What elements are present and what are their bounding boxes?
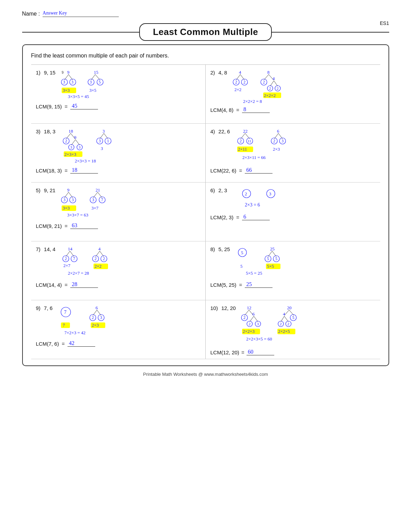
prob9-num: 9) <box>36 305 41 311</box>
problem-8: 8) 5, 25 5 25 5 <box>206 241 380 300</box>
problem-7: 7) 14, 4 14 2 7 4 <box>31 241 206 300</box>
svg-text:3: 3 <box>63 197 65 202</box>
svg-text:6: 6 <box>252 311 255 317</box>
svg-text:2×3×11 = 66: 2×3×11 = 66 <box>242 155 266 160</box>
problem-1: 1) 9, 15 9 9 3 3 <box>31 65 206 124</box>
svg-text:20: 20 <box>287 305 292 310</box>
svg-text:3×7: 3×7 <box>91 205 99 211</box>
prob5-lcm-label: LCM(9, 21) <box>36 223 62 229</box>
prob2-answer: 8 <box>242 106 270 113</box>
svg-text:2: 2 <box>245 191 247 196</box>
svg-text:5: 5 <box>241 250 243 255</box>
svg-text:3: 3 <box>101 146 103 151</box>
svg-text:5×5: 5×5 <box>267 264 274 269</box>
svg-text:21: 21 <box>96 187 100 193</box>
svg-text:3: 3 <box>92 197 94 202</box>
svg-text:3: 3 <box>100 315 102 320</box>
svg-text:8: 8 <box>267 70 270 75</box>
prob10-num: 10) <box>211 305 218 311</box>
svg-text:2×2×2 = 8: 2×2×2 = 8 <box>243 99 262 104</box>
svg-text:2: 2 <box>243 315 245 320</box>
prob9-answer: 42 <box>68 340 95 347</box>
prob5-num: 5) <box>36 187 41 193</box>
es-label: ES1 <box>380 20 389 26</box>
problem-6: 6) 2, 3 2 3 2×3 = 6 <box>206 183 380 241</box>
svg-text:3: 3 <box>90 80 92 85</box>
svg-text:6: 6 <box>277 128 279 134</box>
svg-text:9: 9 <box>62 71 64 74</box>
svg-text:2×7: 2×7 <box>63 263 71 268</box>
svg-text:3: 3 <box>70 145 72 149</box>
page-title: Least Common Multiple <box>139 23 272 41</box>
svg-text:7: 7 <box>101 197 103 202</box>
prob9-lcm-label: LCM(7, 6) <box>36 341 59 347</box>
svg-text:2×3: 2×3 <box>273 147 280 152</box>
svg-text:7: 7 <box>64 310 66 315</box>
svg-text:18: 18 <box>69 128 73 134</box>
prob6-num: 6) <box>211 187 215 193</box>
svg-text:2×3×3: 2×3×3 <box>64 152 76 157</box>
svg-text:11: 11 <box>248 139 251 143</box>
svg-text:15: 15 <box>94 70 98 75</box>
prob3-lcm-label: LCM(18, 3) <box>36 168 62 174</box>
svg-text:9: 9 <box>74 135 77 140</box>
svg-text:2×3×3 = 18: 2×3×3 = 18 <box>75 158 96 163</box>
prob6-answer: 6 <box>242 214 270 220</box>
prob1-answer: 45 <box>70 103 98 109</box>
svg-text:2×2×3×5 = 60: 2×2×3×5 = 60 <box>246 336 272 342</box>
problem-4: 4) 22, 6 22 2 11 6 <box>206 124 380 183</box>
svg-text:3: 3 <box>71 80 73 85</box>
prob3-pair: 18, 3 <box>44 128 55 134</box>
prob4-pair: 22, 6 <box>218 128 230 134</box>
prob7-answer: 28 <box>70 281 98 288</box>
svg-text:3: 3 <box>79 145 81 149</box>
prob3-answer: 18 <box>70 167 98 174</box>
svg-text:3: 3 <box>72 197 74 202</box>
svg-rect-146 <box>61 322 70 328</box>
svg-text:7: 7 <box>63 322 65 328</box>
svg-text:2: 2 <box>263 80 265 85</box>
svg-text:2: 2 <box>235 80 237 85</box>
svg-text:9: 9 <box>67 187 70 193</box>
svg-text:3×3: 3×3 <box>63 88 70 93</box>
svg-text:3: 3 <box>257 322 259 326</box>
svg-text:3: 3 <box>269 191 271 196</box>
svg-text:2×2×5: 2×2×5 <box>278 329 290 334</box>
svg-text:1: 1 <box>107 139 109 143</box>
prob6-pair: 2, 3 <box>218 187 227 193</box>
problem-10: 10) 12, 20 12 2 6 <box>206 300 380 359</box>
svg-text:5×5 = 25: 5×5 = 25 <box>246 271 262 276</box>
name-label: Name : <box>22 11 40 17</box>
svg-text:6: 6 <box>96 305 98 310</box>
svg-text:22: 22 <box>243 128 248 134</box>
prob1-lcm-label: LCM(9, 15) <box>36 104 62 109</box>
svg-text:7: 7 <box>73 256 75 261</box>
svg-text:3×3×5 = 45: 3×3×5 = 45 <box>68 94 89 99</box>
svg-text:2×2: 2×2 <box>234 87 241 92</box>
svg-text:3×3: 3×3 <box>63 205 70 211</box>
svg-text:2×3: 2×3 <box>92 322 99 328</box>
svg-text:4: 4 <box>239 70 241 75</box>
prob8-pair: 5, 25 <box>218 246 230 252</box>
prob5-pair: 9, 21 <box>44 187 55 193</box>
name-value: Answer Key <box>43 10 119 17</box>
problem-9: 9) 7, 6 7 6 2 <box>31 300 206 359</box>
svg-text:2: 2 <box>240 139 242 143</box>
svg-text:9: 9 <box>67 70 70 75</box>
instructions: Find the least common multiple of each p… <box>31 53 380 59</box>
svg-text:7×2×3 = 42: 7×2×3 = 42 <box>64 330 86 335</box>
svg-text:2: 2 <box>65 139 67 143</box>
svg-text:2×2×3: 2×2×3 <box>243 329 254 334</box>
prob4-num: 4) <box>211 128 215 134</box>
svg-text:25: 25 <box>270 246 275 251</box>
prob9-pair: 7, 6 <box>44 305 53 311</box>
svg-text:2×3 = 6: 2×3 = 6 <box>245 202 260 207</box>
svg-text:5: 5 <box>240 264 243 269</box>
prob7-pair: 14, 4 <box>44 246 55 252</box>
footer-text: Printable Math Worksheets @ www.mathwork… <box>22 372 389 377</box>
prob4-answer: 66 <box>245 167 272 174</box>
svg-text:5: 5 <box>99 80 101 85</box>
svg-text:5: 5 <box>292 315 294 320</box>
prob6-lcm-label: LCM(2, 3) <box>211 214 234 220</box>
problem-3: 3) 18, 3 18 2 9 <box>31 124 206 183</box>
